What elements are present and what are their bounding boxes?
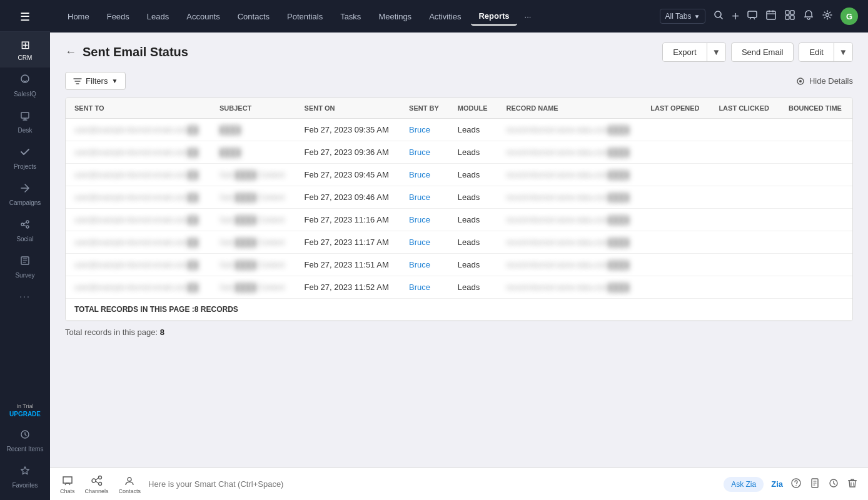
col-sent-on: SENT ON <box>296 98 401 119</box>
cell-sent-by[interactable]: Bruce <box>400 231 449 254</box>
chat-channels-icon[interactable]: Channels <box>85 474 109 494</box>
chat-contacts-icon[interactable]: Contacts <box>119 474 141 494</box>
nav-potentials[interactable]: Potentials <box>280 8 330 25</box>
chat-icon[interactable] <box>747 9 758 23</box>
edit-button[interactable]: Edit <box>799 43 833 61</box>
cell-last-opened <box>642 231 710 254</box>
export-button[interactable]: Export <box>663 43 707 61</box>
svg-point-3 <box>26 221 29 223</box>
cell-sent-to: user@example-blurred-email.com██ <box>66 119 211 141</box>
all-tabs-button[interactable]: All Tabs ▼ <box>660 9 706 24</box>
smart-chat-input[interactable] <box>148 479 716 489</box>
sidebar-hamburger[interactable]: ☰ <box>0 5 50 32</box>
cell-subject: Sub ████ Content <box>211 164 296 186</box>
history-icon[interactable] <box>828 478 839 491</box>
blurred-cell: record-blurred-name-data.com████ <box>507 238 630 247</box>
col-last-clicked: LAST CLICKED <box>710 98 780 119</box>
sidebar-item-social[interactable]: Social <box>0 212 50 249</box>
cell-sent-by[interactable]: Bruce <box>400 276 449 299</box>
zia-icon[interactable]: Zia <box>771 479 783 489</box>
help-icon[interactable] <box>790 478 802 491</box>
email-table: SENT TO SUBJECT SENT ON SENT BY MODULE R… <box>65 98 853 321</box>
cell-module: Leads <box>449 141 498 164</box>
cell-sent-by[interactable]: Bruce <box>400 209 449 231</box>
nav-feeds[interactable]: Feeds <box>99 8 137 25</box>
social-icon <box>19 219 31 233</box>
hamburger-icon[interactable]: ☰ <box>20 10 30 24</box>
search-icon[interactable] <box>713 9 724 23</box>
cell-bounced-time <box>780 141 852 164</box>
col-subject: SUBJECT <box>211 98 296 119</box>
cell-sent-to: user@example-blurred-email.com██ <box>66 164 211 186</box>
nav-meetings[interactable]: Meetings <box>371 8 419 25</box>
nav-leads[interactable]: Leads <box>139 8 176 25</box>
settings-icon[interactable] <box>822 9 833 23</box>
nav-activities[interactable]: Activities <box>421 8 468 25</box>
sidebar-item-label-crm: CRM <box>18 54 33 61</box>
trash-icon[interactable] <box>847 478 858 491</box>
document-icon[interactable] <box>809 478 820 491</box>
nav-contacts[interactable]: Contacts <box>230 8 277 25</box>
cell-last-opened <box>642 186 710 209</box>
blurred-cell: user@example-blurred-email.com██ <box>74 193 198 202</box>
grid-icon[interactable] <box>784 9 795 23</box>
sidebar-item-favorites[interactable]: Favorites <box>0 459 50 495</box>
cell-subject: ████ <box>211 119 296 141</box>
svg-point-14 <box>826 14 829 17</box>
nav-tasks[interactable]: Tasks <box>333 8 368 25</box>
calendar-icon[interactable] <box>765 9 777 23</box>
sidebar-item-label-salesiq: SalesIQ <box>14 91 36 98</box>
sidebar-item-campaigns[interactable]: Campaigns <box>0 176 50 212</box>
cell-last-opened <box>642 209 710 231</box>
blurred-subject: Sub ████ Content <box>220 238 285 247</box>
blurred-subject: Sub ████ Content <box>220 193 285 202</box>
filters-button[interactable]: Filters ▼ <box>65 72 126 90</box>
upgrade-button[interactable]: UPGRADE <box>9 409 41 419</box>
send-email-button[interactable]: Send Email <box>731 42 794 62</box>
ask-zia-button[interactable]: Ask Zia <box>724 477 764 492</box>
cell-sent-by[interactable]: Bruce <box>400 164 449 186</box>
sidebar-item-projects[interactable]: Projects <box>0 140 50 176</box>
cell-last-opened <box>642 141 710 164</box>
survey-icon <box>19 255 31 269</box>
cell-sent-by[interactable]: Bruce <box>400 186 449 209</box>
add-icon[interactable]: + <box>732 9 739 24</box>
blurred-cell: user@example-blurred-email.com██ <box>74 148 198 157</box>
more-icon: ··· <box>19 291 31 301</box>
cell-bounced-time <box>780 164 852 186</box>
cell-record-name: record-blurred-name-data.com████ <box>498 254 642 276</box>
svg-rect-11 <box>790 11 794 14</box>
cell-sent-by[interactable]: Bruce <box>400 119 449 141</box>
total-records-label: TOTAL RECORDS IN THIS PAGE :8 RECORDS <box>66 299 296 321</box>
nav-accounts[interactable]: Accounts <box>179 8 227 25</box>
sidebar-item-survey[interactable]: Survey <box>0 249 50 285</box>
sidebar-item-more[interactable]: ··· <box>0 285 50 308</box>
nav-home[interactable]: Home <box>60 8 97 25</box>
svg-rect-10 <box>785 11 789 14</box>
cell-sent-by[interactable]: Bruce <box>400 254 449 276</box>
in-trial-section[interactable]: In Trial UPGRADE <box>7 399 43 422</box>
sidebar-item-salesiq[interactable]: SalesIQ <box>0 68 50 104</box>
sidebar-item-recent[interactable]: Recent Items <box>0 422 50 459</box>
svg-point-18 <box>98 476 101 479</box>
edit-dropdown-button[interactable]: ▼ <box>834 43 852 61</box>
svg-rect-1 <box>21 112 29 118</box>
export-dropdown-button[interactable]: ▼ <box>707 43 725 61</box>
all-tabs-label: All Tabs <box>665 12 692 21</box>
sidebar-item-desk[interactable]: Desk <box>0 104 50 140</box>
cell-sent-on: Feb 27, 2023 09:45 AM <box>296 164 401 186</box>
filters-bar: Filters ▼ Hide Details <box>65 72 853 90</box>
hide-details-button[interactable]: Hide Details <box>795 76 853 86</box>
table-row: user@example-blurred-email.com██ Sub ███… <box>66 186 852 209</box>
sidebar-item-crm[interactable]: ⊞ CRM <box>0 32 50 68</box>
user-avatar[interactable]: G <box>840 8 858 25</box>
cell-record-name: record-blurred-name-data.com████ <box>498 186 642 209</box>
bell-icon[interactable] <box>803 9 814 23</box>
nav-more[interactable]: ··· <box>520 8 537 25</box>
nav-reports[interactable]: Reports <box>471 8 517 26</box>
sidebar-item-label-social: Social <box>16 236 33 242</box>
back-button[interactable]: ← <box>65 46 76 59</box>
chat-chats-icon[interactable]: Chats <box>60 474 75 494</box>
cell-sent-to: user@example-blurred-email.com██ <box>66 141 211 164</box>
cell-sent-by[interactable]: Bruce <box>400 141 449 164</box>
